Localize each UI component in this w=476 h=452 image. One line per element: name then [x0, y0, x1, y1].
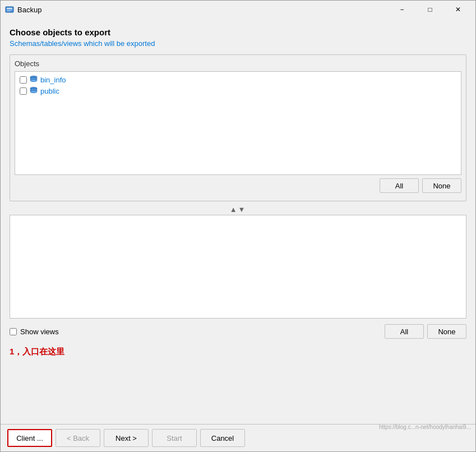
objects-section: Objects bin_info [10, 54, 466, 201]
maximize-button[interactable]: □ [417, 1, 443, 19]
objects-label: Objects [15, 59, 461, 68]
cancel-button[interactable]: Cancel [200, 429, 245, 447]
none-button[interactable]: None [422, 178, 461, 193]
page-subtitle: Schemas/tables/views which will be expor… [10, 39, 466, 48]
lower-list [10, 215, 466, 319]
client-button[interactable]: Client ... [7, 429, 52, 447]
list-item: public [17, 85, 459, 96]
public-label: public [40, 87, 59, 95]
start-button[interactable]: Start [152, 429, 197, 447]
minimize-button[interactable]: − [389, 1, 415, 19]
window-controls: − □ ✕ [389, 1, 471, 19]
backup-window: Backup − □ ✕ Choose objects to export Sc… [0, 0, 476, 452]
schema-icon [29, 75, 38, 84]
schema-icon [29, 86, 38, 95]
show-views-checkbox[interactable] [10, 328, 17, 335]
watermark: https://blog.c...n-net/hoodylhanhai9... [379, 424, 471, 430]
lower-none-button[interactable]: None [427, 324, 466, 339]
all-button[interactable]: All [380, 178, 419, 193]
show-views-label: Show views [20, 328, 59, 336]
title-bar: Backup − □ ✕ [1, 1, 475, 19]
splitter[interactable]: ▲▼ [10, 204, 466, 215]
window-title: Backup [17, 6, 389, 14]
close-button[interactable]: ✕ [445, 1, 471, 19]
next-button[interactable]: Next > [104, 429, 149, 447]
objects-button-row: All None [15, 175, 461, 196]
page-title: Choose objects to export [10, 27, 466, 37]
show-views-row: Show views All None [10, 321, 466, 342]
svg-rect-3 [7, 11, 11, 11]
bin-info-label: bin_info [40, 76, 66, 84]
bin-info-checkbox[interactable] [20, 76, 27, 84]
svg-rect-1 [7, 8, 12, 9]
annotation-text: 1，入口在这里 [10, 347, 466, 357]
objects-list: bin_info public [15, 71, 461, 175]
public-checkbox[interactable] [20, 87, 27, 95]
lower-all-button[interactable]: All [385, 324, 424, 339]
list-item: bin_info [17, 74, 459, 85]
svg-rect-2 [7, 10, 12, 10]
back-button[interactable]: < Back [56, 429, 100, 447]
svg-point-6 [30, 80, 37, 82]
app-icon [5, 5, 14, 14]
svg-point-9 [30, 91, 37, 93]
main-content: Choose objects to export Schemas/tables/… [1, 19, 475, 424]
